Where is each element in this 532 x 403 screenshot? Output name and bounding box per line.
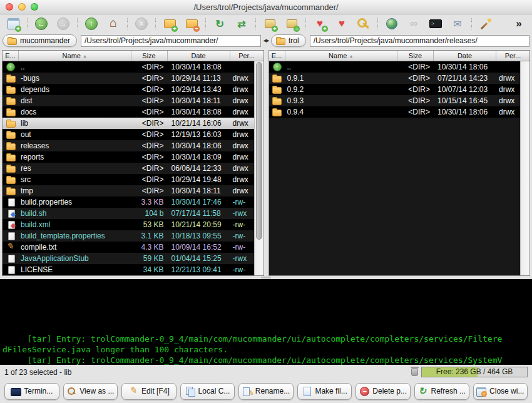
edit-button[interactable]: Edit [F4] — [121, 383, 176, 400]
new-folder-button[interactable] — [161, 16, 178, 32]
make-file-button[interactable]: Make fil... — [297, 383, 352, 400]
add-bookmark-button[interactable] — [312, 16, 328, 32]
right-scrollbar[interactable] — [520, 61, 529, 275]
bookmarks-button[interactable] — [334, 16, 350, 32]
panel-splitter-arrows[interactable]: ◀▶ — [261, 38, 271, 43]
file-row[interactable]: LICENSE 34 KB 12/21/13 09:41 -rw- — [3, 264, 254, 275]
toolbar-separator — [305, 18, 306, 29]
go-up-button[interactable] — [83, 16, 100, 32]
file-row[interactable]: out <DIR> 12/19/13 16:03 drwx — [3, 129, 254, 140]
remove-folder-button[interactable] — [183, 16, 200, 32]
file-row[interactable]: build_template.properties 3.1 KB 10/18/1… — [3, 230, 254, 242]
column-header-name[interactable]: Name▲ — [19, 51, 131, 61]
file-permissions: -rw- — [230, 232, 254, 240]
stop-button[interactable] — [133, 16, 150, 32]
column-header-permissions[interactable]: Per... — [496, 51, 529, 61]
toolbar-separator — [155, 18, 156, 29]
terminal-button[interactable]: Termin... — [4, 383, 59, 400]
file-row[interactable]: res <DIR> 06/06/14 12:33 drwx — [3, 163, 254, 174]
file-row[interactable]: reports <DIR> 10/30/14 18:09 drwx — [3, 151, 254, 163]
file-permissions: drwx — [230, 119, 254, 128]
file-size: <DIR> — [131, 63, 168, 71]
disconnect-button[interactable] — [406, 16, 422, 32]
column-header-size[interactable]: Size — [131, 51, 168, 61]
file-panels: E... Name▲ Size Date Per... .. <DIR> 10/… — [0, 50, 532, 276]
file-permissions: drwx — [230, 96, 254, 105]
collapse-right-icon[interactable]: ▶ — [266, 38, 269, 43]
file-row[interactable]: build.xml 53 KB 10/21/14 20:59 -rw- — [3, 219, 254, 230]
left-scrollbar-thumb[interactable] — [256, 62, 262, 240]
left-panel-tab[interactable]: mucommander — [3, 34, 77, 47]
file-row[interactable]: dist <DIR> 10/30/14 18:11 drwx — [3, 95, 254, 106]
pack-button[interactable] — [262, 16, 278, 32]
location-bar: mucommander ◀▶ trol — [0, 33, 532, 50]
file-row[interactable]: 0.9.3 <DIR> 10/15/14 16:45 drwx — [269, 95, 521, 106]
go-back-button[interactable] — [33, 16, 49, 32]
close-button[interactable] — [6, 3, 13, 11]
delete-button[interactable]: Delete p... — [356, 383, 411, 400]
file-size: <DIR> — [131, 85, 168, 94]
file-row[interactable]: docs <DIR> 10/30/14 18:08 drwx — [3, 106, 254, 118]
column-header-permissions[interactable]: Per... — [230, 51, 263, 61]
column-header-extension[interactable]: E... — [3, 51, 19, 61]
right-panel-tab[interactable]: trol — [271, 34, 306, 47]
rename-button[interactable]: Rename... — [238, 383, 294, 400]
file-permissions: drwx — [230, 74, 254, 83]
email-files-button[interactable] — [449, 16, 466, 32]
connect-server-button[interactable] — [384, 16, 400, 32]
close-window-button[interactable]: Close wi... — [473, 383, 528, 400]
column-header-size[interactable]: Size — [397, 51, 434, 61]
file-date: 07/17/14 11:58 — [168, 209, 230, 218]
minimize-button[interactable] — [18, 3, 26, 11]
right-path-field[interactable] — [310, 35, 529, 47]
local-copy-button[interactable]: Local C... — [180, 383, 235, 400]
file-date: 10/29/14 11:13 — [168, 74, 230, 83]
new-window-button[interactable] — [5, 16, 21, 32]
file-row[interactable]: -bugs <DIR> 10/29/14 11:13 drwx — [3, 73, 254, 84]
go-forward-button[interactable] — [55, 16, 71, 32]
customize-button[interactable] — [478, 16, 494, 32]
refresh-button[interactable] — [212, 16, 228, 32]
terminal-output[interactable]: [tar] Entry: trolCommander-0_9_4/main/co… — [0, 279, 532, 365]
go-home-button[interactable] — [105, 16, 121, 32]
file-row[interactable]: compile.txt 4.3 KB 10/09/14 16:52 -rw- — [3, 242, 254, 253]
credentials-button[interactable] — [356, 16, 372, 32]
file-row[interactable]: lib <DIR> 10/21/14 16:06 drwx — [3, 118, 254, 129]
file-row[interactable]: build.properties 3.3 KB 10/30/14 17:46 -… — [3, 196, 254, 208]
unpack-button[interactable] — [284, 16, 300, 32]
toolbar-overflow-button[interactable] — [511, 16, 527, 32]
file-row[interactable]: releases <DIR> 10/30/14 18:06 drwx — [3, 140, 254, 151]
terminal-splitter[interactable] — [0, 276, 532, 279]
file-permissions: drwx — [496, 108, 520, 116]
file-row[interactable]: .. <DIR> 10/30/14 18:06 — [269, 61, 521, 73]
file-row[interactable]: 0.9.4 <DIR> 10/30/14 18:06 drwx — [269, 106, 521, 118]
view-as-button[interactable]: View as ... — [63, 383, 118, 400]
folder-icon — [6, 143, 16, 150]
column-header-date[interactable]: Date — [434, 51, 496, 61]
file-name: 0.9.2 — [285, 85, 398, 94]
file-row[interactable]: .. <DIR> 10/30/14 18:08 — [3, 61, 254, 73]
zoom-button[interactable] — [31, 3, 38, 11]
file-row[interactable]: 0.9.1 <DIR> 07/21/14 14:23 drwx — [269, 73, 521, 84]
toolbar-separator — [27, 18, 28, 29]
column-header-name[interactable]: Name▲ — [285, 51, 398, 61]
file-row[interactable]: depends <DIR> 10/29/14 13:43 drwx — [3, 84, 254, 95]
file-size: <DIR> — [397, 96, 434, 105]
left-tab-label: mucommander — [20, 36, 70, 45]
terminal-button[interactable] — [427, 16, 444, 32]
refresh-button[interactable]: Refresh ... — [414, 383, 469, 400]
left-scrollbar[interactable] — [254, 61, 263, 275]
file-permissions: drwx — [230, 186, 254, 195]
file-size: <DIR> — [131, 74, 168, 83]
file-row[interactable]: build.sh 104 b 07/17/14 11:58 -rwx — [3, 208, 254, 219]
file-row[interactable]: 0.9.2 <DIR> 10/07/14 12:03 drwx — [269, 84, 521, 95]
column-header-extension[interactable]: E... — [269, 51, 285, 61]
file-row[interactable]: tmp <DIR> 10/30/14 18:11 drwx — [3, 185, 254, 196]
file-date: 10/29/14 13:43 — [168, 85, 230, 94]
swap-folders-button[interactable] — [233, 16, 250, 32]
column-header-date[interactable]: Date — [168, 51, 230, 61]
left-location: mucommander — [3, 34, 261, 47]
file-row[interactable]: JavaApplicationStub 59 KB 01/04/14 15:25… — [3, 253, 254, 264]
left-path-field[interactable] — [81, 35, 261, 47]
file-row[interactable]: src <DIR> 10/29/14 19:48 drwx — [3, 174, 254, 185]
